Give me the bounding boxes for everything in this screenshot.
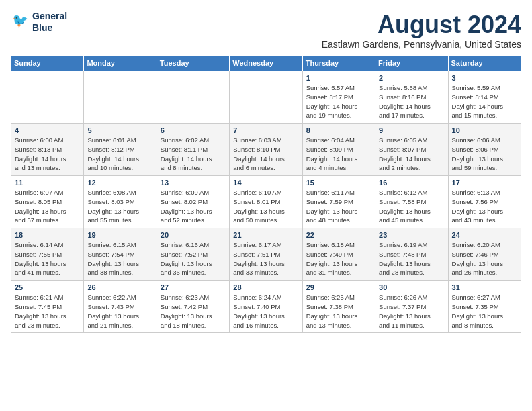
header: 🐦 General Blue August 2024 Eastlawn Gard…	[11, 11, 521, 50]
calendar-cell	[11, 71, 84, 124]
calendar-cell: 10Sunrise: 6:06 AM Sunset: 8:06 PM Dayli…	[448, 124, 521, 176]
day-header-wednesday: Wednesday	[230, 56, 302, 71]
page-subtitle: Eastlawn Gardens, Pennsylvania, United S…	[322, 39, 521, 50]
day-header-monday: Monday	[84, 56, 157, 71]
cell-info: Sunrise: 6:11 AM Sunset: 7:59 PM Dayligh…	[306, 188, 371, 225]
cell-info: Sunrise: 6:23 AM Sunset: 7:42 PM Dayligh…	[161, 293, 226, 330]
cell-day-number: 22	[306, 231, 371, 239]
cell-info: Sunrise: 6:13 AM Sunset: 7:56 PM Dayligh…	[452, 188, 517, 225]
cell-info: Sunrise: 6:22 AM Sunset: 7:43 PM Dayligh…	[87, 293, 152, 330]
calendar-cell: 8Sunrise: 6:04 AM Sunset: 8:09 PM Daylig…	[302, 124, 375, 176]
calendar-cell	[84, 71, 157, 124]
cell-info: Sunrise: 6:06 AM Sunset: 8:06 PM Dayligh…	[452, 136, 517, 173]
calendar-cell: 4Sunrise: 6:00 AM Sunset: 8:13 PM Daylig…	[11, 124, 84, 176]
cell-info: Sunrise: 6:00 AM Sunset: 8:13 PM Dayligh…	[15, 136, 80, 173]
cell-day-number: 12	[87, 179, 152, 187]
week-row-4: 18Sunrise: 6:14 AM Sunset: 7:55 PM Dayli…	[11, 228, 521, 281]
cell-info: Sunrise: 6:04 AM Sunset: 8:09 PM Dayligh…	[306, 136, 371, 173]
calendar-cell: 18Sunrise: 6:14 AM Sunset: 7:55 PM Dayli…	[11, 228, 84, 281]
cell-info: Sunrise: 5:57 AM Sunset: 8:17 PM Dayligh…	[306, 83, 371, 120]
cell-day-number: 19	[87, 231, 152, 239]
cell-info: Sunrise: 6:25 AM Sunset: 7:38 PM Dayligh…	[306, 293, 371, 330]
cell-day-number: 4	[15, 126, 80, 134]
calendar-cell: 29Sunrise: 6:25 AM Sunset: 7:38 PM Dayli…	[302, 281, 375, 333]
cell-day-number: 6	[161, 126, 226, 134]
calendar-cell: 14Sunrise: 6:10 AM Sunset: 8:01 PM Dayli…	[230, 176, 302, 228]
cell-info: Sunrise: 6:17 AM Sunset: 7:51 PM Dayligh…	[233, 240, 298, 277]
cell-day-number: 10	[452, 126, 517, 134]
week-row-5: 25Sunrise: 6:21 AM Sunset: 7:45 PM Dayli…	[11, 281, 521, 333]
cell-info: Sunrise: 6:05 AM Sunset: 8:07 PM Dayligh…	[379, 136, 444, 173]
cell-info: Sunrise: 6:07 AM Sunset: 8:05 PM Dayligh…	[15, 188, 80, 225]
cell-info: Sunrise: 6:01 AM Sunset: 8:12 PM Dayligh…	[87, 136, 152, 173]
calendar-cell: 15Sunrise: 6:11 AM Sunset: 7:59 PM Dayli…	[302, 176, 375, 228]
cell-day-number: 5	[87, 126, 152, 134]
calendar-cell: 12Sunrise: 6:08 AM Sunset: 8:03 PM Dayli…	[84, 176, 157, 228]
cell-day-number: 26	[87, 283, 152, 291]
calendar-cell: 2Sunrise: 5:58 AM Sunset: 8:16 PM Daylig…	[375, 71, 448, 124]
cell-info: Sunrise: 6:03 AM Sunset: 8:10 PM Dayligh…	[233, 136, 298, 173]
cell-day-number: 9	[379, 126, 444, 134]
cell-day-number: 7	[233, 126, 298, 134]
cell-info: Sunrise: 6:09 AM Sunset: 8:02 PM Dayligh…	[161, 188, 226, 225]
week-row-3: 11Sunrise: 6:07 AM Sunset: 8:05 PM Dayli…	[11, 176, 521, 228]
cell-day-number: 23	[379, 231, 444, 239]
cell-info: Sunrise: 6:18 AM Sunset: 7:49 PM Dayligh…	[306, 240, 371, 277]
cell-info: Sunrise: 6:14 AM Sunset: 7:55 PM Dayligh…	[15, 240, 80, 277]
cell-info: Sunrise: 6:24 AM Sunset: 7:40 PM Dayligh…	[233, 293, 298, 330]
cell-info: Sunrise: 6:26 AM Sunset: 7:37 PM Dayligh…	[379, 293, 444, 330]
calendar-cell	[230, 71, 302, 124]
calendar-cell: 27Sunrise: 6:23 AM Sunset: 7:42 PM Dayli…	[157, 281, 229, 333]
calendar-cell: 5Sunrise: 6:01 AM Sunset: 8:12 PM Daylig…	[84, 124, 157, 176]
calendar-cell	[157, 71, 229, 124]
calendar-cell: 16Sunrise: 6:12 AM Sunset: 7:58 PM Dayli…	[375, 176, 448, 228]
cell-day-number: 21	[233, 231, 298, 239]
calendar-cell: 22Sunrise: 6:18 AM Sunset: 7:49 PM Dayli…	[302, 228, 375, 281]
title-block: August 2024 Eastlawn Gardens, Pennsylvan…	[322, 11, 521, 50]
cell-day-number: 15	[306, 179, 371, 187]
header-row: SundayMondayTuesdayWednesdayThursdayFrid…	[11, 56, 521, 71]
logo-text: General Blue	[32, 11, 67, 34]
calendar-cell: 19Sunrise: 6:15 AM Sunset: 7:54 PM Dayli…	[84, 228, 157, 281]
day-header-saturday: Saturday	[448, 56, 521, 71]
cell-day-number: 18	[15, 231, 80, 239]
cell-day-number: 27	[161, 283, 226, 291]
cell-day-number: 31	[452, 283, 517, 291]
cell-info: Sunrise: 6:02 AM Sunset: 8:11 PM Dayligh…	[161, 136, 226, 173]
cell-info: Sunrise: 6:12 AM Sunset: 7:58 PM Dayligh…	[379, 188, 444, 225]
cell-info: Sunrise: 6:20 AM Sunset: 7:46 PM Dayligh…	[452, 240, 517, 277]
calendar-cell: 30Sunrise: 6:26 AM Sunset: 7:37 PM Dayli…	[375, 281, 448, 333]
cell-day-number: 11	[15, 179, 80, 187]
logo-icon: 🐦	[11, 13, 30, 32]
logo: 🐦 General Blue	[11, 11, 67, 34]
week-row-1: 1Sunrise: 5:57 AM Sunset: 8:17 PM Daylig…	[11, 71, 521, 124]
cell-day-number: 25	[15, 283, 80, 291]
cell-info: Sunrise: 6:15 AM Sunset: 7:54 PM Dayligh…	[87, 240, 152, 277]
cell-info: Sunrise: 6:27 AM Sunset: 7:35 PM Dayligh…	[452, 293, 517, 330]
cell-day-number: 3	[452, 74, 517, 82]
calendar-cell: 13Sunrise: 6:09 AM Sunset: 8:02 PM Dayli…	[157, 176, 229, 228]
calendar-cell: 25Sunrise: 6:21 AM Sunset: 7:45 PM Dayli…	[11, 281, 84, 333]
calendar-cell: 21Sunrise: 6:17 AM Sunset: 7:51 PM Dayli…	[230, 228, 302, 281]
calendar-cell: 9Sunrise: 6:05 AM Sunset: 8:07 PM Daylig…	[375, 124, 448, 176]
cell-day-number: 13	[161, 179, 226, 187]
cell-info: Sunrise: 6:10 AM Sunset: 8:01 PM Dayligh…	[233, 188, 298, 225]
cell-day-number: 17	[452, 179, 517, 187]
cell-info: Sunrise: 6:16 AM Sunset: 7:52 PM Dayligh…	[161, 240, 226, 277]
calendar-cell: 23Sunrise: 6:19 AM Sunset: 7:48 PM Dayli…	[375, 228, 448, 281]
calendar-cell: 1Sunrise: 5:57 AM Sunset: 8:17 PM Daylig…	[302, 71, 375, 124]
cell-day-number: 20	[161, 231, 226, 239]
cell-day-number: 30	[379, 283, 444, 291]
calendar-cell: 11Sunrise: 6:07 AM Sunset: 8:05 PM Dayli…	[11, 176, 84, 228]
cell-day-number: 28	[233, 283, 298, 291]
calendar-cell: 28Sunrise: 6:24 AM Sunset: 7:40 PM Dayli…	[230, 281, 302, 333]
calendar-table: SundayMondayTuesdayWednesdayThursdayFrid…	[11, 55, 521, 333]
cell-info: Sunrise: 6:19 AM Sunset: 7:48 PM Dayligh…	[379, 240, 444, 277]
cell-info: Sunrise: 6:08 AM Sunset: 8:03 PM Dayligh…	[87, 188, 152, 225]
cell-day-number: 24	[452, 231, 517, 239]
day-header-friday: Friday	[375, 56, 448, 71]
calendar-cell: 17Sunrise: 6:13 AM Sunset: 7:56 PM Dayli…	[448, 176, 521, 228]
day-header-sunday: Sunday	[11, 56, 84, 71]
calendar-cell: 24Sunrise: 6:20 AM Sunset: 7:46 PM Dayli…	[448, 228, 521, 281]
calendar-cell: 7Sunrise: 6:03 AM Sunset: 8:10 PM Daylig…	[230, 124, 302, 176]
